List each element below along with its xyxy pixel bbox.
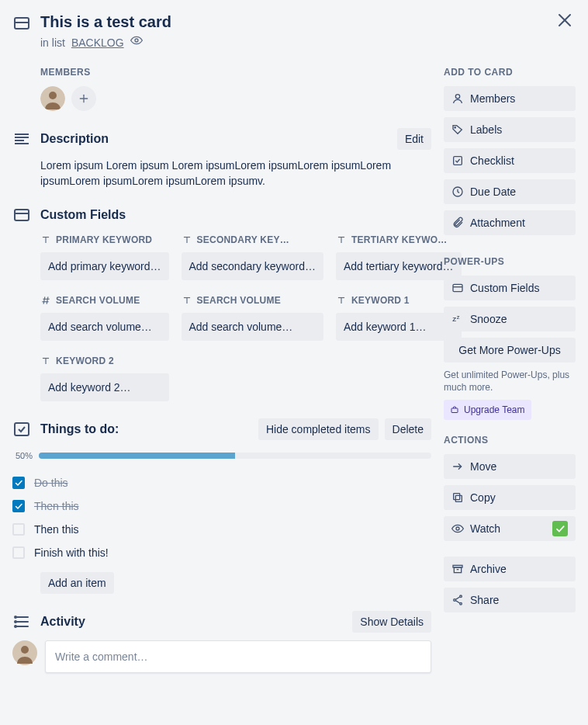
archive-icon — [451, 563, 464, 575]
svg-point-31 — [15, 626, 16, 627]
comment-input[interactable]: Write a comment… — [45, 640, 431, 673]
watch-check-icon — [552, 521, 568, 536]
svg-text:Z: Z — [452, 316, 456, 323]
labels-icon — [451, 123, 464, 136]
svg-line-54 — [455, 601, 459, 603]
hide-completed-button[interactable]: Hide completed items — [258, 418, 379, 440]
custom-field-input[interactable]: Add keyword 2… — [40, 373, 169, 401]
checklist-checkbox[interactable] — [12, 523, 25, 536]
checklist-item[interactable]: Do this — [12, 471, 431, 494]
archive-button[interactable]: Archive — [444, 557, 576, 581]
svg-rect-9 — [15, 134, 29, 135]
card-title[interactable]: This is a test card — [40, 14, 171, 29]
svg-point-50 — [460, 595, 462, 598]
checklist-small-icon — [451, 154, 464, 167]
activity-title: Activity — [40, 614, 343, 630]
add-checklist-button[interactable]: Checklist — [444, 148, 576, 173]
share-icon — [451, 594, 464, 606]
share-button[interactable]: Share — [444, 588, 576, 612]
move-label: Move — [470, 459, 496, 474]
svg-point-46 — [456, 527, 459, 530]
powerups-note: Get unlimited Power-Ups, plus much more. — [444, 369, 576, 394]
powerup-custom-fields-label: Custom Fields — [470, 280, 539, 296]
checklist-item[interactable]: Then this — [12, 518, 431, 541]
svg-rect-11 — [15, 140, 24, 141]
list-link[interactable]: BACKLOG — [71, 35, 124, 50]
checklist-item-text[interactable]: Do this — [34, 475, 68, 491]
custom-field-input[interactable]: Add search volume… — [182, 313, 323, 341]
watch-icon — [451, 522, 464, 535]
svg-point-34 — [455, 95, 459, 99]
custom-field-label: SEARCH VOLUME — [182, 293, 323, 308]
checklist-item[interactable]: Then this — [12, 494, 431, 518]
custom-field: PRIMARY KEYWORDAdd primary keyword… — [40, 232, 169, 280]
powerup-snooze-button[interactable]: ZZ Snooze — [444, 307, 576, 331]
eye-icon — [130, 34, 143, 50]
checklist-icon — [12, 420, 31, 439]
custom-field-label: TERTIARY KEYWO… — [336, 232, 462, 248]
add-attachment-button[interactable]: Attachment — [444, 210, 576, 235]
add-member-button[interactable] — [71, 86, 96, 111]
svg-text:Z: Z — [457, 315, 460, 320]
add-to-card-heading: ADD TO CARD — [444, 64, 576, 80]
description-title: Description — [40, 131, 388, 147]
svg-point-4 — [135, 39, 138, 42]
checklist-checkbox[interactable] — [12, 546, 25, 559]
custom-field-input[interactable]: Add search volume… — [40, 313, 169, 341]
checklist-item-text[interactable]: Finish with this! — [34, 545, 109, 560]
svg-rect-13 — [15, 210, 29, 220]
copy-button[interactable]: Copy — [444, 485, 576, 510]
add-labels-button[interactable]: Labels — [444, 117, 576, 142]
custom-field-label: PRIMARY KEYWORD — [40, 232, 169, 248]
custom-fields-icon — [12, 206, 31, 224]
custom-field-label: SECONDARY KEY… — [182, 232, 323, 248]
powerups-heading: POWER-UPS — [444, 254, 576, 269]
close-button[interactable] — [555, 11, 574, 33]
checklist-title[interactable]: Things to do: — [40, 421, 249, 437]
custom-field-input[interactable]: Add keyword 1… — [336, 313, 462, 341]
get-more-powerups-button[interactable]: Get More Power-Ups — [444, 338, 576, 362]
add-due-date-button[interactable]: Due Date — [444, 179, 576, 204]
edit-description-button[interactable]: Edit — [397, 128, 431, 150]
custom-field-input[interactable]: Add secondary keyword… — [182, 252, 323, 280]
current-user-avatar[interactable] — [12, 640, 37, 665]
move-button[interactable]: Move — [444, 454, 576, 479]
svg-point-30 — [15, 621, 16, 623]
svg-point-33 — [21, 646, 29, 654]
custom-field-input[interactable]: Add primary keyword… — [40, 252, 169, 280]
custom-field-input[interactable]: Add tertiary keyword… — [336, 252, 462, 280]
in-list-prefix: in list — [40, 35, 65, 50]
add-checklist-item-button[interactable]: Add an item — [40, 572, 114, 594]
activity-icon — [12, 612, 31, 631]
add-members-button[interactable]: Members — [444, 86, 576, 111]
card-icon — [12, 14, 31, 33]
svg-line-53 — [455, 597, 459, 599]
svg-point-6 — [49, 92, 57, 99]
member-avatar[interactable] — [40, 86, 65, 111]
custom-field: KEYWORD 1Add keyword 1… — [336, 293, 462, 341]
svg-line-20 — [43, 297, 45, 304]
checklist-item[interactable]: Finish with this! — [12, 541, 431, 564]
checklist-item-text[interactable]: Then this — [34, 498, 79, 514]
svg-rect-12 — [15, 143, 29, 144]
checklist-checkbox[interactable] — [12, 477, 25, 489]
archive-label: Archive — [470, 561, 507, 577]
checklist-item-text[interactable]: Then this — [34, 522, 79, 537]
custom-fields-title: Custom Fields — [40, 207, 431, 223]
checklist-checkbox[interactable] — [12, 500, 25, 512]
members-heading: MEMBERS — [40, 64, 431, 80]
members-icon — [451, 92, 464, 105]
description-body[interactable]: Lorem ipsum Lorem ipsum Lorem ipsumLorem… — [40, 158, 431, 189]
watch-button[interactable]: Watch — [444, 516, 576, 541]
add-attachment-label: Attachment — [470, 215, 525, 231]
custom-field-label: KEYWORD 1 — [336, 293, 462, 308]
show-details-button[interactable]: Show Details — [352, 611, 431, 633]
powerup-snooze-label: Snooze — [470, 311, 507, 327]
powerup-custom-fields-button[interactable]: Custom Fields — [444, 276, 576, 300]
description-icon — [12, 130, 31, 148]
upgrade-team-button[interactable]: Upgrade Team — [444, 400, 531, 420]
custom-field: SECONDARY KEY…Add secondary keyword… — [182, 232, 323, 280]
svg-rect-45 — [454, 494, 460, 500]
clock-icon — [451, 186, 464, 198]
delete-checklist-button[interactable]: Delete — [385, 418, 431, 440]
